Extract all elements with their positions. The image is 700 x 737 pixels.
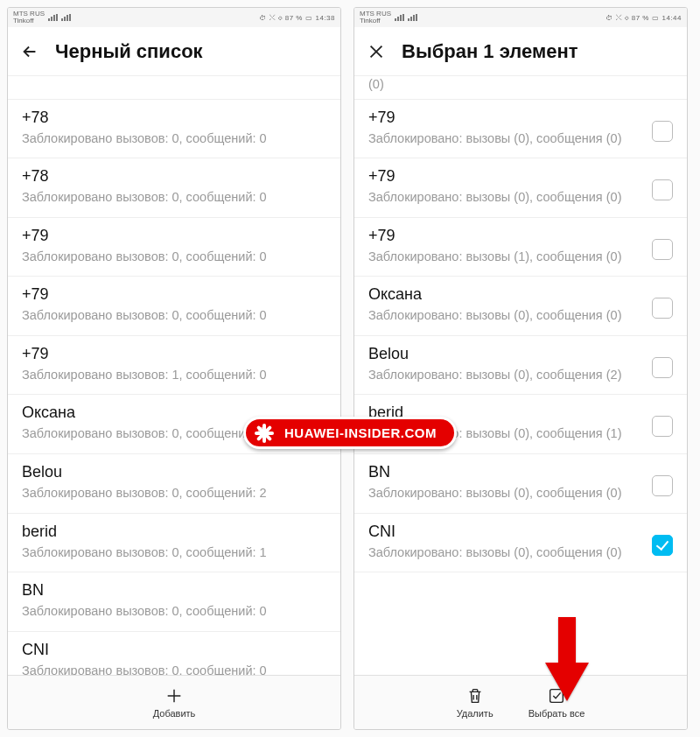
list-item-sub: Заблокировано вызовов: 0, сообщений: 0 xyxy=(22,249,326,266)
checkbox[interactable] xyxy=(652,357,673,378)
title-bar: Выбран 1 элемент xyxy=(354,27,687,76)
back-icon[interactable] xyxy=(20,42,39,61)
add-button[interactable]: Добавить xyxy=(153,686,196,719)
list-item-title: +79 xyxy=(368,109,643,127)
list-item[interactable]: BelouЗаблокировано вызовов: 0, сообщений… xyxy=(8,454,340,514)
page-title: Черный список xyxy=(55,40,203,63)
list-item[interactable]: +78Заблокировано вызовов: 0, сообщений: … xyxy=(8,100,340,159)
add-label: Добавить xyxy=(153,708,196,719)
select-all-label: Выбрать все xyxy=(528,708,585,719)
blacklist-list[interactable]: … +78Заблокировано вызовов: 0, сообщений… xyxy=(8,76,340,675)
list-item-sub: Заблокировано: вызовы (0), сообщения (2) xyxy=(368,367,643,384)
arrow-annotation xyxy=(545,617,589,706)
checkbox[interactable] xyxy=(652,239,673,260)
clock: 14:38 xyxy=(315,14,335,22)
list-item-sub: Заблокировано вызовов: 0, сообщений: 0 xyxy=(22,307,326,325)
signal-icon xyxy=(61,14,71,21)
close-icon[interactable] xyxy=(367,42,386,61)
list-item[interactable]: +79Заблокировано: вызовы (0), сообщения … xyxy=(354,158,687,218)
signal-icon xyxy=(408,14,417,21)
battery-icon: ▭ xyxy=(652,14,660,22)
checkbox[interactable] xyxy=(652,298,673,319)
list-item[interactable]: ОксанаЗаблокировано: вызовы (0), сообщен… xyxy=(354,277,687,336)
list-item[interactable]: +79Заблокировано вызовов: 0, сообщений: … xyxy=(8,277,340,336)
list-item-title: Belou xyxy=(22,463,326,481)
list-item[interactable]: CNIЗаблокировано вызовов: 0, сообщений: … xyxy=(8,632,340,675)
checkbox[interactable] xyxy=(652,121,673,142)
battery-pct: 87 % xyxy=(632,14,649,22)
list-item-title: +79 xyxy=(368,167,643,186)
status-icons: ⏱ ⤬ ⊙ xyxy=(606,14,629,22)
list-item-sub: Заблокировано: вызовы (0), сообщения (0) xyxy=(368,130,643,148)
bottom-bar: Удалить Выбрать все xyxy=(354,675,687,729)
list-item-sub: Заблокировано: вызовы (0), сообщения (0) xyxy=(368,189,643,207)
list-item[interactable]: +79Заблокировано вызовов: 0, сообщений: … xyxy=(8,218,340,277)
list-item[interactable]: BNЗаблокировано вызовов: 0, сообщений: 0 xyxy=(8,572,340,632)
list-item-sub: Заблокировано вызовов: 0, сообщений: 0 xyxy=(22,603,326,621)
status-bar: MTS RUS Tinkoff ⏱ ⤬ ⊙ 87 % ▭ 14:44 xyxy=(354,8,687,27)
list-item[interactable]: +79Заблокировано: вызовы (0), сообщения … xyxy=(354,100,687,159)
list-item-sub: Заблокировано вызовов: 0, сообщений: 1 xyxy=(22,544,326,562)
list-item-sub: Заблокировано вызовов: 0, сообщений: 0 xyxy=(22,663,326,675)
list-item-title: +78 xyxy=(22,109,326,127)
list-item-title: Оксана xyxy=(368,285,643,304)
selection-list[interactable]: (0) +79Заблокировано: вызовы (0), сообще… xyxy=(354,76,687,675)
phone-right: MTS RUS Tinkoff ⏱ ⤬ ⊙ 87 % ▭ 14:44 Выбра… xyxy=(354,7,688,730)
clock: 14:44 xyxy=(662,14,682,22)
list-item-title: berid xyxy=(22,523,326,541)
list-item-sub: Заблокировано вызовов: 0, сообщений: 0 xyxy=(22,189,326,207)
checkbox[interactable] xyxy=(652,475,673,496)
list-item[interactable]: (0) xyxy=(354,76,687,100)
list-item[interactable]: … xyxy=(8,76,340,100)
list-item-title: BN xyxy=(368,463,643,481)
delete-button[interactable]: Удалить xyxy=(457,686,494,719)
list-item-title: Belou xyxy=(368,345,643,363)
status-bar: MTS RUS Tinkoff ⏱ ⤬ ⊙ 87 % ▭ 14:38 xyxy=(8,8,340,27)
list-item-sub: Заблокировано вызовов: 0, сообщений: 2 xyxy=(22,485,326,502)
checkbox[interactable] xyxy=(652,179,673,200)
list-item[interactable]: CNIЗаблокировано: вызовы (0), сообщения … xyxy=(354,514,687,573)
list-item[interactable]: +79Заблокировано вызовов: 1, сообщений: … xyxy=(8,336,340,396)
list-item-sub: Заблокировано вызовов: 1, сообщений: 0 xyxy=(22,367,326,384)
list-item-title: BN xyxy=(22,581,326,600)
phone-left: MTS RUS Tinkoff ⏱ ⤬ ⊙ 87 % ▭ 14:38 Черны… xyxy=(7,7,341,730)
delete-label: Удалить xyxy=(457,708,494,719)
list-item-sub: Заблокировано: вызовы (1), сообщения (0) xyxy=(368,249,643,266)
list-item-title: +78 xyxy=(22,167,326,186)
list-item-sub: Заблокировано: вызовы (0), сообщения (0) xyxy=(368,544,643,562)
carrier-2: Tinkoff xyxy=(13,18,45,25)
page-title: Выбран 1 элемент xyxy=(402,40,578,63)
watermark-badge: HUAWEI-INSIDER.COM xyxy=(243,417,457,449)
list-item[interactable]: beridЗаблокировано вызовов: 0, сообщений… xyxy=(8,514,340,573)
list-item-title: +79 xyxy=(22,345,326,363)
title-bar: Черный список xyxy=(8,27,340,76)
list-item[interactable]: BelouЗаблокировано: вызовы (0), сообщени… xyxy=(354,336,687,396)
list-item-sub: Заблокировано вызовов: 0, сообщений: 0 xyxy=(22,130,326,148)
checkbox[interactable] xyxy=(652,416,673,437)
watermark-text: HUAWEI-INSIDER.COM xyxy=(284,425,437,440)
checkbox[interactable] xyxy=(652,535,673,556)
list-item-title: +79 xyxy=(368,227,643,245)
list-item-sub: Заблокировано: вызовы (0), сообщения (0) xyxy=(368,485,643,502)
battery-icon: ▭ xyxy=(305,14,313,22)
signal-icon xyxy=(48,14,58,21)
list-item[interactable]: +78Заблокировано вызовов: 0, сообщений: … xyxy=(8,158,340,218)
list-item-title: CNI xyxy=(368,523,643,541)
list-item[interactable]: +79Заблокировано: вызовы (1), сообщения … xyxy=(354,218,687,277)
status-icons: ⏱ ⤬ ⊙ xyxy=(259,14,283,22)
battery-pct: 87 % xyxy=(285,14,303,22)
signal-icon xyxy=(395,14,404,21)
list-item-sub: (0) xyxy=(368,76,673,94)
list-item[interactable]: BNЗаблокировано: вызовы (0), сообщения (… xyxy=(354,454,687,514)
carrier-2: Tinkoff xyxy=(360,18,391,25)
list-item-sub: Заблокировано: вызовы (0), сообщения (0) xyxy=(368,307,643,325)
list-item-title: +79 xyxy=(22,227,326,245)
list-item-title: CNI xyxy=(22,641,326,659)
list-item-title: +79 xyxy=(22,285,326,304)
bottom-bar: Добавить xyxy=(8,675,340,729)
